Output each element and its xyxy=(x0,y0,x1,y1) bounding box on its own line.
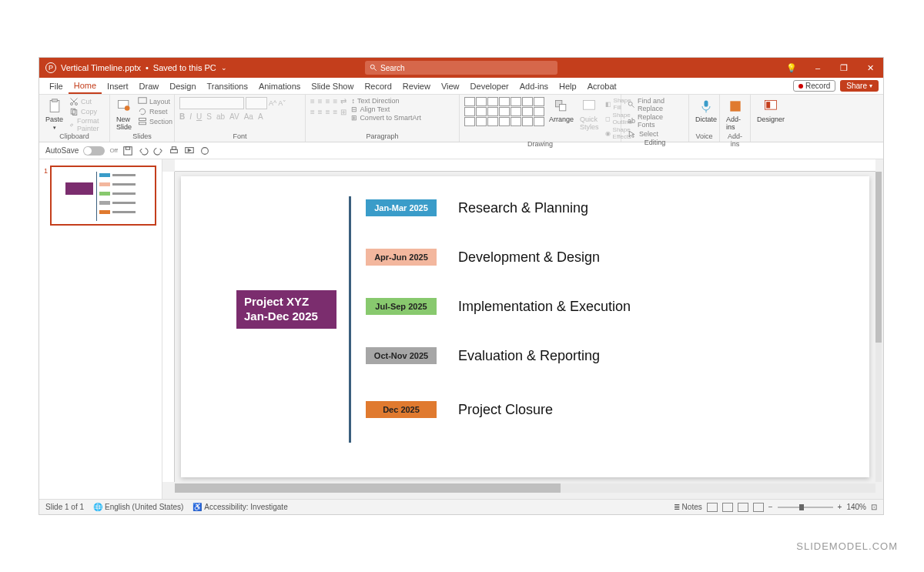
phase-text-5[interactable]: Project Closure xyxy=(458,402,553,418)
layout-button[interactable]: Layout xyxy=(136,97,174,106)
restore-button[interactable]: ❐ xyxy=(831,58,857,78)
svg-point-28 xyxy=(202,147,209,154)
record-button[interactable]: Record xyxy=(793,80,835,92)
tab-addins[interactable]: Add-ins xyxy=(514,78,554,94)
minimize-button[interactable]: – xyxy=(805,58,831,78)
slideshow-view-icon[interactable] xyxy=(753,503,764,512)
timeline-row-2[interactable]: Apr-Jun 2025 Development & Design xyxy=(366,249,600,266)
designer-icon xyxy=(763,99,778,114)
language-status[interactable]: 🌐English (United States) xyxy=(93,503,183,511)
shapes-gallery[interactable] xyxy=(464,97,544,126)
slide-canvas[interactable]: Project XYZ Jan-Dec 2025 Jan-Mar 2025 Re… xyxy=(181,176,869,477)
tab-review[interactable]: Review xyxy=(397,78,436,94)
clipboard-icon xyxy=(47,99,62,114)
tab-home[interactable]: Home xyxy=(69,78,102,94)
zoom-out-button[interactable]: − xyxy=(768,503,773,511)
tab-developer[interactable]: Developer xyxy=(465,78,514,94)
paste-button[interactable]: Paste ▾ xyxy=(44,97,65,132)
date-box-5[interactable]: Dec 2025 xyxy=(366,401,437,418)
tab-slideshow[interactable]: Slide Show xyxy=(306,78,359,94)
project-title-box[interactable]: Project XYZ Jan-Dec 2025 xyxy=(236,290,336,329)
replace-fonts-button[interactable]: abReplace Fonts xyxy=(626,113,684,129)
date-box-1[interactable]: Jan-Mar 2025 xyxy=(366,199,437,216)
quick-styles-icon xyxy=(581,99,597,114)
tab-record[interactable]: Record xyxy=(359,78,397,94)
addins-icon xyxy=(728,99,743,114)
horizontal-ruler xyxy=(175,159,875,172)
fit-to-window-button[interactable]: ⊡ xyxy=(871,503,877,511)
vertical-scrollbar[interactable] xyxy=(875,172,882,482)
slide-counter[interactable]: Slide 1 of 1 xyxy=(45,503,84,511)
horizontal-scrollbar[interactable] xyxy=(175,483,875,493)
arrange-button[interactable]: Arrange xyxy=(547,97,575,125)
designer-button[interactable]: Designer xyxy=(755,97,786,125)
search-box[interactable]: Search xyxy=(365,61,557,75)
notes-button[interactable]: ≣ Notes xyxy=(674,503,702,511)
ribbon: Paste ▾ Cut Copy Format Painter Clipboar… xyxy=(39,95,883,142)
autosave-label: AutoSave xyxy=(45,146,79,155)
timeline-vertical-line[interactable] xyxy=(349,196,351,443)
share-button[interactable]: Share▾ xyxy=(840,80,879,92)
tab-help[interactable]: Help xyxy=(554,78,582,94)
tab-animations[interactable]: Animations xyxy=(253,78,306,94)
timeline-row-4[interactable]: Oct-Nov 2025 Evaluation & Reporting xyxy=(366,347,600,364)
tab-design[interactable]: Design xyxy=(164,78,201,94)
timeline-row-1[interactable]: Jan-Mar 2025 Research & Planning xyxy=(366,199,588,216)
smartart-button: ⊞Convert to SmartArt xyxy=(350,114,423,122)
reset-button[interactable]: Reset xyxy=(136,107,174,116)
lightbulb-button[interactable]: 💡 xyxy=(778,58,805,78)
dictate-button[interactable]: Dictate xyxy=(694,97,718,125)
undo-icon[interactable] xyxy=(138,146,149,156)
format-painter-button: Format Painter xyxy=(68,117,105,132)
main-area: 1 Project XYZ Jan-Dec 2025 Jan-Ma xyxy=(39,159,883,499)
phase-text-2[interactable]: Development & Design xyxy=(458,249,600,266)
slides-group-label: Slides xyxy=(115,132,169,142)
redo-icon[interactable] xyxy=(153,146,164,156)
save-icon[interactable] xyxy=(122,146,133,156)
select-button[interactable]: Select xyxy=(626,129,684,139)
date-box-3[interactable]: Jul-Sep 2025 xyxy=(366,298,437,315)
svg-rect-12 xyxy=(139,122,146,125)
touch-icon[interactable] xyxy=(199,146,210,156)
zoom-in-button[interactable]: + xyxy=(838,503,842,511)
phase-text-1[interactable]: Research & Planning xyxy=(458,200,588,216)
tab-insert[interactable]: Insert xyxy=(102,78,134,94)
addins-button[interactable]: Add-ins xyxy=(725,97,745,132)
tab-view[interactable]: View xyxy=(436,78,465,94)
svg-rect-2 xyxy=(50,101,59,112)
normal-view-icon[interactable] xyxy=(707,503,718,512)
tab-transitions[interactable]: Transitions xyxy=(202,78,253,94)
zoom-level[interactable]: 140% xyxy=(846,503,866,511)
accessibility-status[interactable]: ♿Accessibility: Investigate xyxy=(192,503,287,511)
search-placeholder: Search xyxy=(380,64,405,72)
reading-view-icon[interactable] xyxy=(738,503,748,512)
timeline-row-5[interactable]: Dec 2025 Project Closure xyxy=(366,401,553,418)
svg-rect-23 xyxy=(124,146,132,155)
search-icon xyxy=(370,64,377,72)
phase-text-3[interactable]: Implementation & Execution xyxy=(458,299,631,315)
print-icon[interactable] xyxy=(169,146,179,156)
drawing-group-label: Drawing xyxy=(464,140,616,149)
close-button[interactable]: ✕ xyxy=(857,58,883,78)
paintbrush-icon xyxy=(69,120,75,129)
autosave-toggle[interactable] xyxy=(83,146,105,156)
date-box-2[interactable]: Apr-Jun 2025 xyxy=(366,249,437,266)
new-slide-icon xyxy=(116,99,132,114)
timeline-row-3[interactable]: Jul-Sep 2025 Implementation & Execution xyxy=(366,298,631,315)
phase-text-4[interactable]: Evaluation & Reporting xyxy=(458,348,600,364)
project-title: Project XYZ xyxy=(244,295,329,309)
tab-acrobat[interactable]: Acrobat xyxy=(582,78,622,94)
find-replace-button[interactable]: Find and Replace xyxy=(626,97,684,112)
tab-draw[interactable]: Draw xyxy=(134,78,165,94)
tab-file[interactable]: File xyxy=(44,78,69,94)
date-box-4[interactable]: Oct-Nov 2025 xyxy=(366,347,437,364)
new-slide-button[interactable]: New Slide xyxy=(115,97,133,132)
sorter-view-icon[interactable] xyxy=(722,503,733,512)
title-chevron-icon[interactable]: ⌄ xyxy=(221,64,227,72)
watermark: SLIDEMODEL.COM xyxy=(796,540,898,552)
section-button[interactable]: Section xyxy=(136,117,174,126)
slideshow-icon[interactable] xyxy=(184,146,195,156)
slide-thumbnail-1[interactable]: 1 xyxy=(50,166,156,226)
zoom-slider[interactable] xyxy=(778,507,833,508)
svg-rect-25 xyxy=(171,149,178,152)
